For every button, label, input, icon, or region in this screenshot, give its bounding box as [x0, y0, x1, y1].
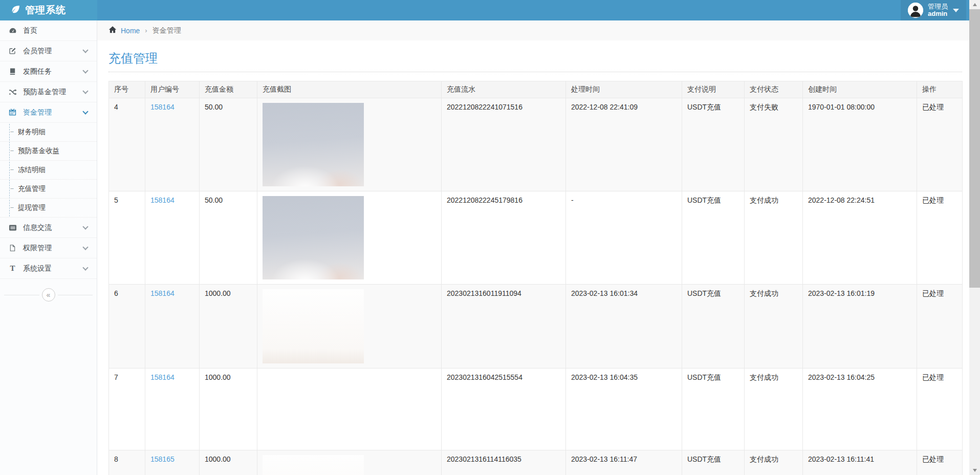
sidebar-item-label: 预防基金管理 — [23, 88, 66, 97]
sidebar-subitem-recharge-management[interactable]: --充值管理 — [0, 180, 97, 199]
table-row: 415816450.0020221208222410715162022-12-0… — [109, 98, 963, 191]
sidebar-subitem-frozen-detail[interactable]: --冻结明细 — [0, 161, 97, 180]
vertical-scrollbar[interactable] — [969, 0, 980, 475]
breadcrumb-separator: › — [145, 27, 147, 34]
sidebar-item-label: 系统设置 — [23, 264, 52, 273]
sidebar-item-funds[interactable]: 资金管理 — [0, 102, 97, 123]
column-header-0: 序号 — [109, 81, 145, 98]
chevron-down-icon — [82, 88, 88, 94]
sidebar-subitem-finance-detail[interactable]: --财务明细 — [0, 123, 97, 142]
cell-screenshot — [257, 285, 442, 369]
column-header-4: 充值流水 — [442, 81, 566, 98]
tree-dash-icon: -- — [10, 128, 13, 135]
cell-process_time: 2023-02-13 16:01:34 — [566, 285, 682, 369]
cell-pay_status: 支付失败 — [745, 98, 803, 191]
recharge-table: 序号用户编号充值金额充值截图充值流水处理时间支付说明支付状态创建时间操作 415… — [108, 81, 963, 475]
edit-icon — [8, 47, 17, 55]
cell-screenshot — [257, 450, 442, 475]
cell-pay_status: 支付成功 — [745, 191, 803, 285]
cell-user_id: 158164 — [145, 191, 200, 285]
cell-pay_desc: USDT充值 — [682, 450, 745, 475]
sidebar-item-post-tasks[interactable]: 发圈任务 — [0, 61, 97, 82]
cell-pay_status: 支付成功 — [745, 285, 803, 369]
cell-action: 已处理 — [917, 369, 963, 450]
table-container: 序号用户编号充值金额充值截图充值流水处理时间支付说明支付状态创建时间操作 415… — [108, 81, 962, 475]
main-content: Home › 资金管理 充值管理 序号用户编号充值金额充值截图充值流水处理时间支… — [97, 20, 969, 475]
cell-screenshot — [257, 369, 442, 450]
sidebar-item-label: 首页 — [23, 26, 37, 35]
recharge-screenshot-image[interactable] — [263, 103, 364, 186]
column-header-8: 创建时间 — [803, 81, 917, 98]
user-id-link[interactable]: 158165 — [150, 455, 175, 463]
cell-no: 6 — [109, 285, 145, 369]
text-icon: T — [8, 265, 17, 272]
cell-no: 7 — [109, 369, 145, 450]
user-menu[interactable]: 管理员 admin — [901, 0, 966, 20]
top-header: 管理系统 管理员 admin — [0, 0, 980, 20]
sidebar-subitem-label: 预防基金收益 — [18, 146, 59, 156]
cell-process_time: 2022-12-08 22:41:09 — [566, 98, 682, 191]
breadcrumb-home-link[interactable]: Home — [121, 27, 140, 35]
cell-amount: 1000.00 — [200, 369, 257, 450]
sidebar-item-settings[interactable]: T系统设置 — [0, 258, 97, 279]
user-id-link[interactable]: 158164 — [150, 289, 175, 297]
user-info: 管理员 admin — [928, 3, 948, 17]
column-header-2: 充值金额 — [200, 81, 257, 98]
user-role: 管理员 — [928, 3, 948, 10]
table-body: 415816450.0020221208222410715162022-12-0… — [109, 98, 963, 475]
book-icon — [8, 68, 17, 75]
sidebar-item-label: 资金管理 — [23, 108, 52, 117]
sidebar-item-permissions[interactable]: 权限管理 — [0, 238, 97, 258]
home-icon — [108, 26, 117, 35]
sidebar-subitem-label: 充值管理 — [18, 184, 46, 193]
user-id-link[interactable]: 158164 — [150, 103, 175, 111]
sidebar-subitem-withdraw-management[interactable]: --提现管理 — [0, 199, 97, 218]
sidebar-item-members[interactable]: 会员管理 — [0, 41, 97, 61]
recharge-screenshot-image[interactable] — [263, 196, 364, 279]
column-header-7: 支付状态 — [745, 81, 803, 98]
sidebar-item-home[interactable]: 首页 — [0, 20, 97, 41]
chevron-down-icon — [82, 68, 88, 73]
recharge-screenshot-image[interactable] — [263, 289, 364, 363]
cell-serial: 2023021316042515554 — [442, 369, 566, 450]
chevron-down-icon — [82, 109, 88, 114]
table-row: 81581651000.0020230213161141160352023-02… — [109, 450, 963, 475]
cell-serial: 2022120822241071516 — [442, 98, 566, 191]
scroll-up-icon[interactable] — [969, 0, 980, 9]
column-header-5: 处理时间 — [566, 81, 682, 98]
sidebar-item-prevention-fund[interactable]: 预防基金管理 — [0, 82, 97, 102]
cell-action: 已处理 — [917, 450, 963, 475]
column-header-1: 用户编号 — [145, 81, 200, 98]
table-row: 61581641000.0020230213160119110942023-02… — [109, 285, 963, 369]
recharge-screenshot-image[interactable] — [263, 455, 364, 475]
collapse-sidebar-icon[interactable]: « — [42, 288, 55, 301]
sidebar-item-messages[interactable]: 信息交流 — [0, 218, 97, 238]
sidebar-subitem-label: 冻结明细 — [18, 165, 46, 175]
scroll-down-icon[interactable] — [969, 466, 980, 475]
avatar — [908, 3, 923, 18]
user-id-link[interactable]: 158164 — [150, 373, 175, 381]
app-title: 管理系统 — [25, 4, 66, 17]
sidebar-subitem-prevention-fund-income[interactable]: --预防基金收益 — [0, 142, 97, 161]
cell-no: 4 — [109, 98, 145, 191]
calendar-icon — [8, 109, 17, 116]
app-logo[interactable]: 管理系统 — [0, 0, 97, 20]
sidebar-subitem-label: 财务明细 — [18, 127, 46, 137]
column-header-6: 支付说明 — [682, 81, 745, 98]
cell-user_id: 158164 — [145, 369, 200, 450]
app-window: 管理系统 管理员 admin 首页会员管理发圈任务预防基金管理资金管理--财务明… — [0, 0, 980, 475]
cell-create_time: 2023-02-13 16:04:25 — [803, 369, 917, 450]
cell-pay_status: 支付成功 — [745, 369, 803, 450]
list-icon — [8, 224, 17, 232]
user-id-link[interactable]: 158164 — [150, 196, 175, 204]
cell-process_time: - — [566, 191, 682, 285]
cell-pay_desc: USDT充值 — [682, 369, 745, 450]
chevron-down-icon — [953, 9, 959, 12]
cell-user_id: 158164 — [145, 98, 200, 191]
title-divider — [108, 72, 962, 72]
scrollbar-thumb[interactable] — [969, 9, 980, 288]
cell-serial: 2023021316114116035 — [442, 450, 566, 475]
tree-dash-icon: -- — [10, 147, 13, 154]
cell-serial: 2022120822245179816 — [442, 191, 566, 285]
cell-amount: 1000.00 — [200, 285, 257, 369]
